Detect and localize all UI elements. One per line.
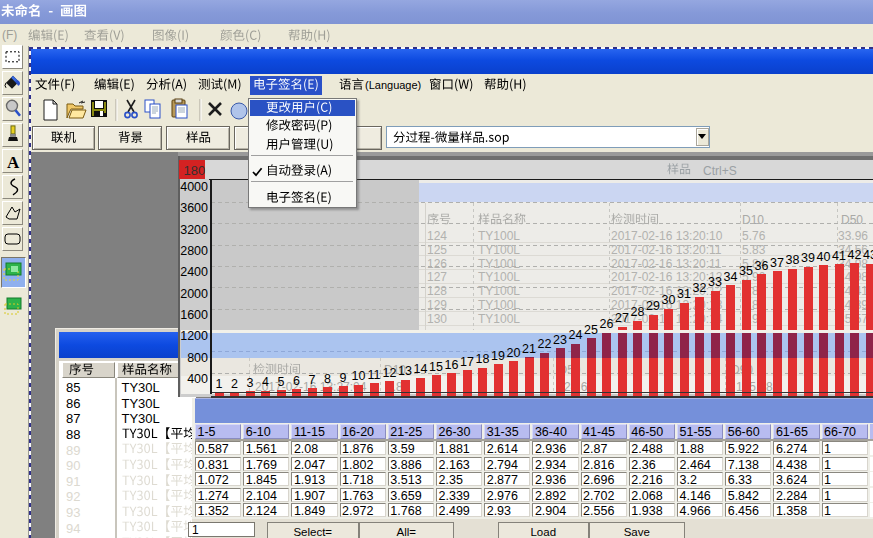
svg-text:A: A — [7, 153, 20, 172]
